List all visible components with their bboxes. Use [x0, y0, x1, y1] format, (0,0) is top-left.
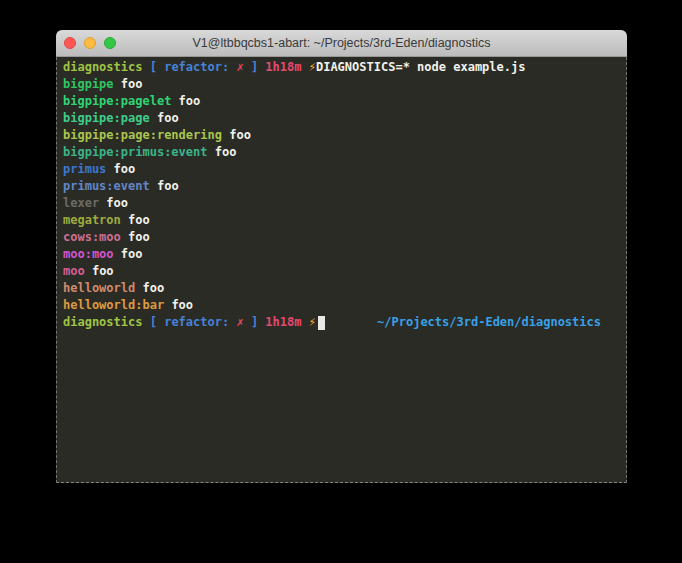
- terminal-line: lexer foo: [63, 195, 626, 212]
- terminal-text-segment: ✗: [236, 314, 243, 331]
- terminal-text-segment: bigpipe:page:rendering: [63, 127, 222, 144]
- terminal-text-segment: DIAGNOSTICS=* node example.js: [316, 59, 526, 76]
- terminal-text-segment: foo: [114, 246, 143, 263]
- terminal-text-segment: bigpipe:primus:event: [63, 144, 208, 161]
- terminal-text-segment: [ refactor:: [150, 59, 237, 76]
- right-prompt-path: ~/Projects/3rd-Eden/diagnostics: [377, 314, 626, 331]
- terminal-line: bigpipe:page foo: [63, 110, 626, 127]
- terminal-text-segment: foo: [208, 144, 237, 161]
- terminal-line: megatron foo: [63, 212, 626, 229]
- terminal-text-segment: ]: [244, 314, 266, 331]
- terminal-text-segment: ⚡: [309, 59, 316, 76]
- terminal-line: bigpipe:pagelet foo: [63, 93, 626, 110]
- terminal-text-segment: helloworld:bar: [63, 297, 164, 314]
- minimize-button[interactable]: [84, 37, 96, 49]
- terminal-text-segment: [301, 59, 308, 76]
- terminal-text-segment: diagnostics: [63, 59, 142, 76]
- terminal-text-segment: helloworld: [63, 280, 135, 297]
- close-button[interactable]: [64, 37, 76, 49]
- terminal-output[interactable]: diagnostics [ refactor: ✗ ] 1h18m ⚡DIAGN…: [56, 57, 627, 483]
- terminal-text-segment: ✗: [236, 59, 243, 76]
- terminal-text-segment: 1h18m: [265, 59, 301, 76]
- terminal-line: diagnostics [ refactor: ✗ ] 1h18m ⚡~/Pro…: [63, 314, 626, 331]
- terminal-text-segment: bigpipe: [63, 76, 114, 93]
- terminal-text-segment: moo: [63, 263, 85, 280]
- terminal-cursor: [318, 316, 325, 330]
- terminal-text-segment: megatron: [63, 212, 121, 229]
- terminal-line: primus:event foo: [63, 178, 626, 195]
- window-titlebar[interactable]: V1@ltbbqcbs1-abart: ~/Projects/3rd-Eden/…: [56, 30, 627, 57]
- terminal-line: moo:moo foo: [63, 246, 626, 263]
- zoom-button[interactable]: [104, 37, 116, 49]
- terminal-line: helloworld foo: [63, 280, 626, 297]
- terminal-text-segment: primus: [63, 161, 106, 178]
- terminal-line: cows:moo foo: [63, 229, 626, 246]
- terminal-text-segment: foo: [222, 127, 251, 144]
- terminal-text-segment: ⚡: [309, 314, 316, 331]
- terminal-text-segment: foo: [135, 280, 164, 297]
- terminal-text-segment: moo:moo: [63, 246, 114, 263]
- terminal-text-segment: ~/Projects/3rd-Eden/diagnostics: [377, 315, 601, 329]
- terminal-text-segment: bigpipe:page: [63, 110, 150, 127]
- terminal-text-segment: [142, 59, 149, 76]
- terminal-text-segment: ]: [244, 59, 266, 76]
- terminal-line: helloworld:bar foo: [63, 297, 626, 314]
- terminal-line: bigpipe:primus:event foo: [63, 144, 626, 161]
- terminal-line: bigpipe:page:rendering foo: [63, 127, 626, 144]
- window-title: V1@ltbbqcbs1-abart: ~/Projects/3rd-Eden/…: [56, 36, 627, 50]
- terminal-text-segment: foo: [150, 178, 179, 195]
- terminal-text-segment: cows:moo: [63, 229, 121, 246]
- terminal-text-segment: [301, 314, 308, 331]
- terminal-text-segment: foo: [85, 263, 114, 280]
- terminal-text-segment: diagnostics: [63, 314, 142, 331]
- terminal-text-segment: foo: [171, 93, 200, 110]
- terminal-text-segment: primus:event: [63, 178, 150, 195]
- traffic-lights: [64, 30, 116, 56]
- terminal-text-segment: foo: [99, 195, 128, 212]
- terminal-text-segment: 1h18m: [265, 314, 301, 331]
- terminal-text-segment: [ refactor:: [150, 314, 237, 331]
- terminal-window: V1@ltbbqcbs1-abart: ~/Projects/3rd-Eden/…: [56, 30, 627, 482]
- terminal-line: diagnostics [ refactor: ✗ ] 1h18m ⚡DIAGN…: [63, 59, 626, 76]
- terminal-text-segment: [142, 314, 149, 331]
- terminal-line: primus foo: [63, 161, 626, 178]
- terminal-text-segment: foo: [121, 229, 150, 246]
- terminal-text-segment: foo: [164, 297, 193, 314]
- terminal-text-segment: foo: [114, 76, 143, 93]
- terminal-line: bigpipe foo: [63, 76, 626, 93]
- terminal-text-segment: foo: [121, 212, 150, 229]
- terminal-text-segment: foo: [150, 110, 179, 127]
- terminal-text-segment: foo: [106, 161, 135, 178]
- terminal-text-segment: bigpipe:pagelet: [63, 93, 171, 110]
- terminal-line: moo foo: [63, 263, 626, 280]
- terminal-text-segment: lexer: [63, 195, 99, 212]
